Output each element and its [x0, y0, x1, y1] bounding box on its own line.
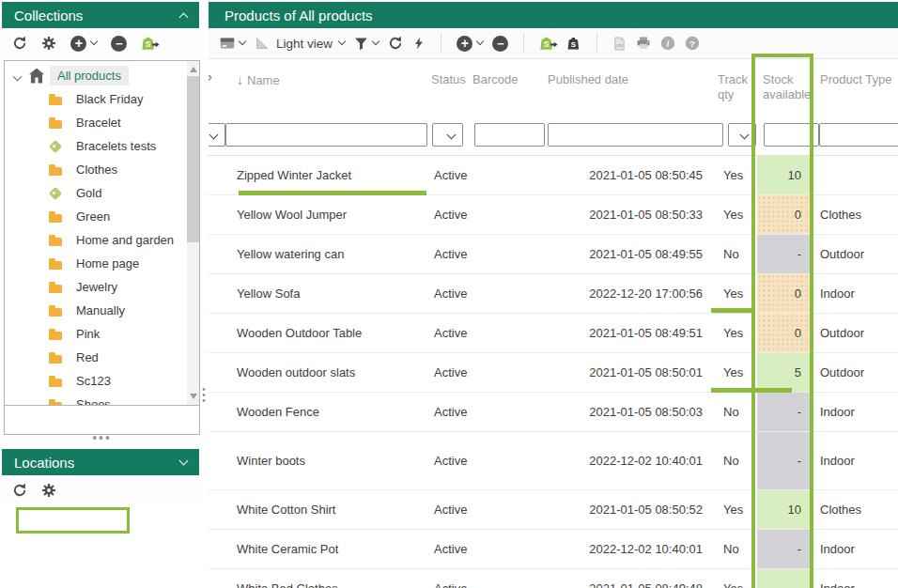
export-to-shopify-button[interactable]: S	[141, 36, 160, 51]
collection-tree-item[interactable]: All products	[5, 64, 186, 87]
cell-product-type: Outdoor	[813, 314, 898, 353]
refresh-icon	[12, 483, 27, 498]
track-qty-filter-select[interactable]	[728, 123, 756, 147]
refresh-button[interactable]	[12, 36, 27, 51]
refresh-button[interactable]	[388, 36, 403, 51]
collection-tree-item[interactable]: Clothes	[5, 158, 186, 181]
column-header-product-type[interactable]: Product Type	[813, 59, 898, 121]
collapse-panel-icon[interactable]	[179, 12, 189, 22]
collection-tree-item[interactable]: Black Friday	[5, 87, 186, 111]
scrollbar-thumb[interactable]	[187, 76, 199, 242]
table-row[interactable]: Yellow Sofa Active 2022-12-20 17:00:56 Y…	[209, 274, 898, 314]
panel-splitter-horizontal[interactable]: •••	[4, 433, 200, 442]
chevron-down-icon[interactable]	[476, 38, 484, 45]
chevron-down-icon[interactable]	[90, 38, 98, 45]
cell-status: Active	[427, 156, 470, 195]
print-button[interactable]	[636, 36, 651, 51]
collection-tree-item[interactable]: Pink	[5, 322, 186, 346]
card-view-icon	[220, 36, 235, 51]
refresh-button[interactable]	[12, 483, 27, 498]
collection-tree-item[interactable]: Red	[5, 346, 186, 369]
table-row[interactable]: White Ceramic Pot Active 2022-12-02 10:4…	[209, 530, 898, 569]
view-mode-label: Light view	[276, 37, 333, 51]
info-button[interactable]: i	[660, 36, 675, 51]
status-filter-select[interactable]	[432, 123, 463, 147]
table-row[interactable]: White Cotton Shirt Active 2021-01-05 08:…	[209, 490, 898, 530]
chevron-down-icon[interactable]	[338, 38, 346, 45]
card-view-button[interactable]	[220, 36, 245, 51]
locations-panel-header[interactable]: Locations	[2, 449, 199, 475]
cell-name: Winter boots	[225, 432, 427, 490]
cell-product-type: Outdoor	[813, 235, 898, 274]
cell-barcode	[470, 530, 540, 569]
scroll-up-icon[interactable]	[190, 67, 197, 72]
collection-tree-item[interactable]: Shoes	[5, 393, 186, 406]
column-header-published-date[interactable]: Published date	[540, 59, 716, 121]
column-header-barcode[interactable]: Barcode	[470, 59, 540, 121]
panel-splitter-vertical[interactable]: •••	[200, 387, 208, 404]
name-filter-input[interactable]	[225, 123, 427, 147]
chevron-down-icon[interactable]	[239, 38, 246, 45]
export-to-shopify-button[interactable]: S	[539, 36, 558, 51]
collection-icon	[48, 350, 63, 365]
collection-tree-item[interactable]: Home page	[5, 252, 186, 275]
cell-name: Wooden Outdoor Table	[225, 314, 427, 353]
collection-tree-item[interactable]: Gold	[5, 181, 186, 205]
published-date-filter-input[interactable]	[548, 123, 723, 147]
cell-published-date: 2021-01-05 08:50:03	[540, 393, 716, 432]
collection-tree-item[interactable]: Manually	[5, 299, 186, 322]
export-csv-button[interactable]: CSV	[612, 37, 627, 51]
quick-update-button[interactable]	[412, 37, 426, 50]
scroll-down-icon[interactable]	[190, 394, 197, 399]
collection-tree-item[interactable]: Bracelets tests	[5, 134, 186, 158]
collection-tree-item[interactable]: Green	[5, 205, 186, 228]
hidden-column-filter[interactable]	[209, 123, 225, 147]
table-row[interactable]: White Bed Clothes Active 2021-01-05 08:4…	[209, 569, 898, 588]
collection-tree-item[interactable]: Sc123	[5, 369, 186, 393]
collection-icon	[48, 92, 63, 107]
table-row[interactable]: Wooden outdoor slats Active 2021-01-05 0…	[209, 353, 898, 393]
collection-icon	[48, 256, 63, 271]
chevron-down-icon[interactable]	[372, 38, 379, 45]
barcode-filter-input[interactable]	[474, 123, 545, 147]
shopify-button[interactable]: S	[567, 36, 581, 51]
svg-text:CSV: CSV	[616, 42, 624, 47]
collection-tree-item[interactable]: Jewelry	[5, 275, 186, 299]
cell-name: Zipped Winter Jacket	[225, 156, 427, 195]
settings-button[interactable]	[41, 483, 56, 498]
table-row[interactable]: Wooden Fence Active 2021-01-05 08:50:03 …	[209, 393, 898, 432]
collections-panel-header[interactable]: Collections	[2, 2, 199, 28]
refresh-icon	[388, 36, 403, 51]
column-header-name[interactable]: ↓Name	[225, 59, 427, 121]
view-mode-button[interactable]: Light view	[255, 36, 345, 51]
cell-published-date: 2021-01-05 08:50:01	[540, 353, 716, 393]
product-type-filter-input[interactable]	[819, 123, 898, 147]
stock-filter-input[interactable]	[764, 123, 819, 147]
cell-product-type: Outdoor	[813, 353, 898, 393]
cell-barcode	[470, 353, 540, 393]
tree-scrollbar[interactable]	[187, 61, 199, 405]
settings-button[interactable]	[41, 36, 56, 51]
table-row[interactable]: Zipped Winter Jacket Active 2021-01-05 0…	[209, 156, 898, 195]
column-header-status[interactable]: Status	[427, 59, 470, 121]
cell-name: White Cotton Shirt	[225, 490, 427, 530]
add-product-button[interactable]	[457, 36, 483, 52]
filter-button[interactable]	[354, 37, 379, 51]
expander-icon[interactable]	[10, 71, 23, 80]
column-header-track-qty[interactable]: Track qty	[716, 59, 757, 121]
table-row[interactable]: Wooden Outdoor Table Active 2021-01-05 0…	[209, 314, 898, 353]
cell-track-qty: No	[716, 235, 757, 274]
column-header-stock-available[interactable]: Stock available	[757, 59, 813, 121]
collection-icon	[48, 162, 63, 178]
table-row[interactable]: Yellow watering can Active 2021-01-05 08…	[209, 235, 898, 274]
table-row[interactable]: Yellow Wool Jumper Active 2021-01-05 08:…	[209, 195, 898, 235]
help-button[interactable]: ?	[685, 36, 700, 51]
collection-tree-item[interactable]: Home and garden	[5, 228, 186, 252]
add-collection-button[interactable]	[70, 36, 97, 52]
expand-panel-icon[interactable]	[179, 456, 189, 465]
table-row[interactable]: Winter boots Active 2022-12-02 10:40:01 …	[209, 432, 898, 490]
toolbar-separator	[441, 33, 441, 54]
collection-tree-item[interactable]: Bracelet	[5, 111, 186, 134]
remove-collection-button[interactable]	[111, 36, 127, 52]
remove-product-button[interactable]	[492, 36, 508, 52]
